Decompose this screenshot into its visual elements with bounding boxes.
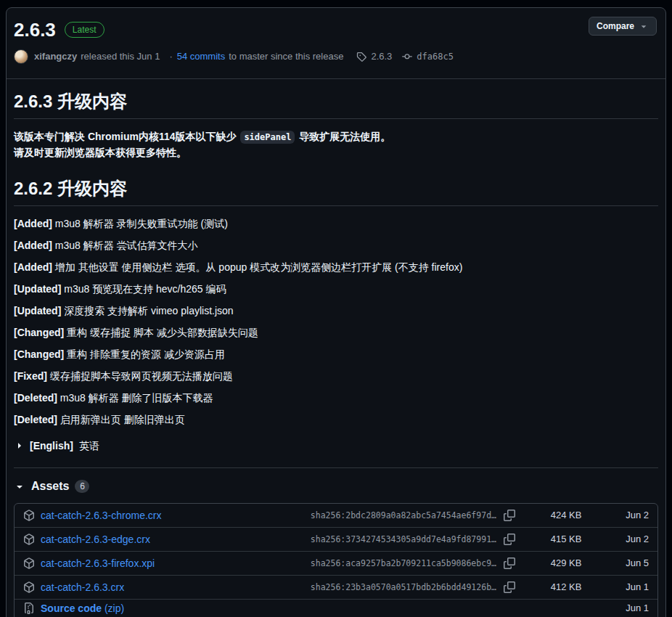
- source-link-suffix: (zip): [105, 602, 124, 614]
- asset-date: Jun 1: [617, 581, 649, 592]
- asset-row: cat-catch-2.6.3-firefox.xpi sha256:aca92…: [15, 552, 657, 576]
- release-title: 2.6.3: [14, 18, 56, 42]
- change-item: [Changed] 重构 缓存捕捉 脚本 减少头部数据缺失问题: [14, 325, 658, 340]
- change-item: [Deleted] m3u8 解析器 删除了旧版本下载器: [14, 391, 658, 405]
- asset-link[interactable]: cat-catch-2.6.3-edge.crx: [41, 534, 150, 545]
- section-heading-262: 2.6.2 升级内容: [14, 178, 658, 206]
- commit-group: dfa68c5: [402, 52, 454, 62]
- change-text: 重构 排除重复的资源 减少资源占用: [67, 348, 225, 360]
- asset-sha: sha256:2bdc2809a0a82abc5a7454ae6f97d…: [311, 510, 496, 520]
- section-heading-263: 2.6.3 升级内容: [14, 91, 658, 119]
- asset-link[interactable]: cat-catch-2.6.3-chrome.crx: [41, 510, 162, 521]
- english-details-toggle[interactable]: [English] 英语: [14, 438, 658, 453]
- asset-left: cat-catch-2.6.3-edge.crx: [23, 534, 311, 545]
- asset-row: cat-catch-2.6.3-edge.crx sha256:37342745…: [15, 528, 657, 552]
- change-tag: [Added]: [14, 240, 52, 251]
- english-toggle-tag: [English]: [30, 438, 73, 453]
- release-meta: xifangczy released this Jun 1 · 54 commi…: [14, 49, 658, 64]
- latest-badge: Latest: [65, 22, 105, 38]
- asset-date: Jun 1: [617, 602, 649, 613]
- package-icon: [23, 557, 35, 569]
- source-zip-link[interactable]: Source code (zip): [41, 602, 124, 614]
- english-toggle-label: 英语: [79, 438, 99, 453]
- change-tag: [Changed]: [14, 327, 64, 338]
- asset-date: Jun 2: [617, 510, 649, 520]
- notes-263-line1-pre: 该版本专门解决 Chromium内核114版本以下缺少: [14, 131, 236, 142]
- asset-left: cat-catch-2.6.3-chrome.crx: [23, 510, 311, 521]
- asset-sha: sha256:aca9257ba2b709211ca5b9086ebc9…: [311, 558, 496, 568]
- author-link[interactable]: xifangczy: [34, 51, 77, 62]
- change-tag: [Updated]: [14, 283, 61, 295]
- notes-263-paragraph: 该版本专门解决 Chromium内核114版本以下缺少 sidePanel 导致…: [14, 129, 658, 160]
- compare-button[interactable]: Compare: [589, 17, 657, 36]
- copy-sha-button[interactable]: [504, 534, 515, 545]
- asset-left: cat-catch-2.6.3.crx: [23, 581, 311, 593]
- change-tag: [Updated]: [14, 305, 61, 316]
- triangle-down-icon: [14, 481, 25, 492]
- package-icon: [23, 510, 35, 521]
- git-commit-icon: [402, 52, 412, 62]
- change-tag: [Changed]: [14, 348, 64, 360]
- english-details: [English] 英语: [14, 438, 658, 453]
- change-text: 启用新弹出页 删除旧弹出页: [60, 414, 185, 425]
- tag-icon: [356, 52, 366, 62]
- change-item: [Fixed] 缓存捕捉脚本导致网页视频无法播放问题: [14, 369, 658, 383]
- tag-group: 2.6.3: [356, 51, 392, 62]
- change-tag: [Deleted]: [14, 414, 57, 425]
- asset-size: 415 KB: [515, 534, 617, 544]
- asset-link[interactable]: cat-catch-2.6.3-firefox.xpi: [41, 557, 155, 569]
- sidepanel-code-chip: sidePanel: [240, 131, 295, 144]
- asset-sha: sha256:3734274534305a9dd7e4a9fd87991…: [311, 534, 496, 544]
- change-text: 增加 其他设置 使用侧边栏 选项。从 popup 模式改为浏览器侧边栏打开扩展 …: [55, 261, 463, 273]
- triangle-right-icon: [14, 440, 25, 451]
- copy-sha-button[interactable]: [504, 581, 515, 593]
- asset-sha: sha256:23b3a0570a0517bdb2b6bdd49126b…: [311, 582, 496, 592]
- package-icon: [23, 534, 35, 545]
- asset-size: 412 KB: [515, 581, 617, 592]
- change-item: [Added] 增加 其他设置 使用侧边栏 选项。从 popup 模式改为浏览器…: [14, 260, 658, 274]
- commits-link[interactable]: 54 commits: [177, 51, 225, 62]
- change-item: [Updated] m3u8 预览现在支持 hevc/h265 编码: [14, 282, 658, 296]
- chevron-down-icon: [639, 21, 649, 31]
- change-text: m3u8 解析器 录制失败重试功能 (测试): [55, 218, 228, 229]
- copy-sha-button[interactable]: [504, 510, 515, 521]
- copy-sha-button[interactable]: [504, 557, 515, 569]
- change-text: 重构 缓存捕捉 脚本 减少头部数据缺失问题: [67, 327, 258, 338]
- avatar[interactable]: [14, 49, 28, 64]
- assets-section: Assets 6 cat-catch-2.6.3-chrome.crx sha2…: [14, 467, 658, 617]
- release-card: 2.6.3 Latest Compare xifangczy released …: [6, 7, 666, 617]
- release-header: 2.6.3 Latest Compare xifangczy released …: [7, 8, 665, 79]
- asset-size: 429 KB: [515, 557, 617, 568]
- change-tag: [Fixed]: [14, 370, 47, 382]
- change-item: [Added] m3u8 解析器 录制失败重试功能 (测试): [14, 216, 658, 231]
- assets-toggle[interactable]: Assets 6: [14, 480, 658, 493]
- notes-263-line1-post: 导致扩展无法使用。: [299, 131, 390, 142]
- title-row: 2.6.3 Latest: [14, 18, 658, 42]
- asset-link[interactable]: cat-catch-2.6.3.crx: [41, 581, 124, 593]
- asset-row: cat-catch-2.6.3.crx sha256:23b3a0570a051…: [15, 576, 657, 600]
- asset-left: Source code (zip): [23, 602, 617, 614]
- source-code-row: Source code (zip) Jun 1: [15, 600, 657, 617]
- meta-separator: ·: [169, 51, 172, 62]
- change-text: m3u8 解析器 尝试估算文件大小: [55, 240, 198, 251]
- released-text: released this Jun 1: [81, 51, 160, 62]
- package-icon: [23, 581, 35, 593]
- source-link-label: Source code: [41, 602, 102, 614]
- change-tag: [Added]: [14, 261, 52, 273]
- notes-263-line2: 请及时更新浏览器版本获得更多特性。: [14, 147, 187, 158]
- change-item: [Changed] 重构 排除重复的资源 减少资源占用: [14, 347, 658, 361]
- release-page: 2.6.3 Latest Compare xifangczy released …: [0, 0, 672, 617]
- change-item: [Deleted] 启用新弹出页 删除旧弹出页: [14, 412, 658, 427]
- change-tag: [Deleted]: [14, 392, 57, 404]
- assets-heading: Assets: [31, 480, 69, 493]
- asset-row: cat-catch-2.6.3-chrome.crx sha256:2bdc28…: [15, 504, 657, 528]
- change-text: m3u8 解析器 删除了旧版本下载器: [60, 392, 213, 404]
- assets-count-badge: 6: [75, 480, 89, 493]
- change-text: 深度搜索 支持解析 vimeo playlist.json: [64, 305, 233, 316]
- change-tag: [Added]: [14, 218, 52, 229]
- commit-sha-link[interactable]: dfa68c5: [417, 52, 454, 62]
- assets-list: cat-catch-2.6.3-chrome.crx sha256:2bdc28…: [14, 503, 658, 617]
- asset-size: 424 KB: [515, 510, 617, 520]
- commits-rest: to master since this release: [229, 51, 343, 62]
- release-notes: 2.6.3 升级内容 该版本专门解决 Chromium内核114版本以下缺少 s…: [7, 91, 665, 453]
